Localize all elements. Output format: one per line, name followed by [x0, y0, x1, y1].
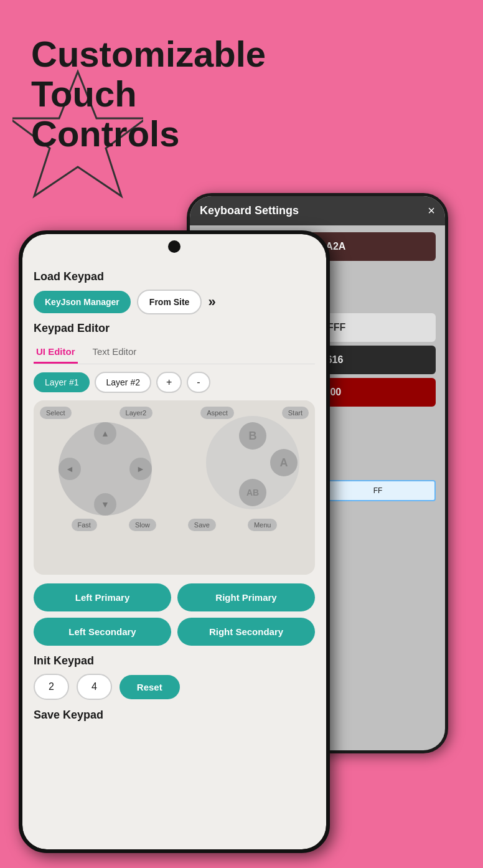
init-keypad-title: Init Keypad: [34, 654, 315, 668]
remove-layer-button[interactable]: -: [187, 372, 210, 393]
page-title: Customizable Touch Controls: [31, 34, 311, 153]
fast-button[interactable]: Fast: [72, 519, 97, 531]
phone-notch: [168, 240, 181, 253]
save-keypad-title: Save Keypad: [34, 709, 315, 722]
close-icon[interactable]: ×: [428, 204, 435, 218]
reset-button[interactable]: Reset: [120, 675, 180, 699]
add-layer-button[interactable]: +: [156, 372, 182, 393]
init-num1[interactable]: 2: [34, 674, 69, 700]
dpad-right-button[interactable]: ►: [129, 458, 152, 480]
slow-button[interactable]: Slow: [129, 519, 156, 531]
main-phone-screen: Load Keypad KeyJson Manager From Site » …: [22, 234, 326, 849]
load-keypad-row: KeyJson Manager From Site »: [34, 290, 315, 314]
tabs-row: UI Editor Text Editor: [34, 341, 315, 364]
chevron-right-button[interactable]: »: [208, 294, 215, 310]
init-keypad-row: 2 4 Reset: [34, 674, 315, 700]
layers-row: Layer #1 Layer #2 + -: [34, 372, 315, 393]
keyjson-manager-button[interactable]: KeyJson Manager: [34, 291, 131, 313]
dpad-container: ▲ ▼ ◄ ►: [55, 419, 155, 519]
bottom-small-buttons-row: Fast Slow Save Menu: [43, 519, 306, 531]
layer2-button[interactable]: Layer #2: [95, 372, 151, 393]
tab-ui-editor[interactable]: UI Editor: [34, 341, 78, 364]
back-phone-title: Keyboard Settings: [200, 204, 299, 217]
controller-area: Select Layer2 Aspect Start ▲ ▼ ◄ ► B: [34, 400, 315, 575]
keypad-editor-title: Keypad Editor: [34, 322, 315, 335]
abxy-container: B A AB: [203, 413, 302, 512]
color-buttons-grid: Left Primary Right Primary Left Secondar…: [34, 583, 315, 646]
dpad-left-button[interactable]: ◄: [59, 458, 81, 480]
screen-content: Load Keypad KeyJson Manager From Site » …: [22, 234, 326, 740]
layer2-small-button[interactable]: Layer2: [120, 407, 153, 419]
dpad-down-button[interactable]: ▼: [94, 493, 116, 516]
right-secondary-button[interactable]: Right Secondary: [177, 618, 315, 646]
menu-button[interactable]: Menu: [248, 519, 278, 531]
main-phone: Load Keypad KeyJson Manager From Site » …: [19, 230, 330, 853]
tab-text-editor[interactable]: Text Editor: [90, 341, 139, 364]
from-site-button[interactable]: From Site: [137, 290, 202, 314]
ab-button[interactable]: AB: [239, 479, 266, 506]
hex-input-2[interactable]: [320, 480, 436, 501]
left-primary-button[interactable]: Left Primary: [34, 583, 171, 611]
back-phone-header: Keyboard Settings ×: [190, 196, 445, 225]
dpad-up-button[interactable]: ▲: [94, 422, 116, 445]
load-keypad-title: Load Keypad: [34, 270, 315, 283]
save-small-button[interactable]: Save: [188, 519, 216, 531]
layer1-button[interactable]: Layer #1: [34, 372, 90, 392]
title-line1: Customizable Touch: [31, 34, 266, 114]
a-button[interactable]: A: [270, 449, 298, 476]
b-button[interactable]: B: [239, 422, 266, 450]
title-line2: Controls: [31, 113, 179, 154]
init-num2[interactable]: 4: [77, 674, 112, 700]
left-secondary-button[interactable]: Left Secondary: [34, 618, 171, 646]
select-button[interactable]: Select: [40, 407, 72, 419]
right-primary-button[interactable]: Right Primary: [177, 583, 315, 611]
